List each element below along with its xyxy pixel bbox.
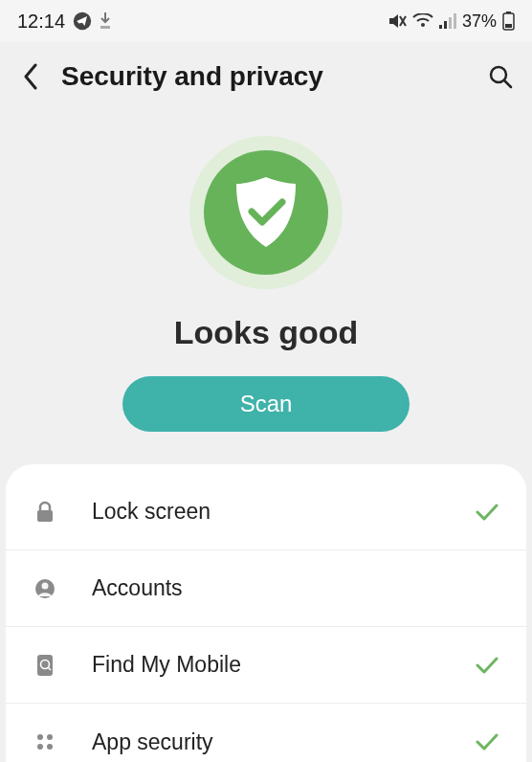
check-icon bbox=[475, 732, 499, 751]
svg-rect-14 bbox=[37, 510, 53, 522]
list-item-accounts[interactable]: Accounts bbox=[6, 550, 526, 627]
statusbar: 12:14 37% bbox=[0, 0, 532, 42]
security-status-hero: Looks good Scan bbox=[0, 121, 532, 464]
list-item-label: Find My Mobile bbox=[92, 652, 241, 678]
scan-button[interactable]: Scan bbox=[122, 376, 410, 432]
signal-icon bbox=[439, 13, 456, 29]
security-list: Lock screen Accounts Find My Mobile App … bbox=[6, 464, 526, 762]
telegram-icon bbox=[73, 11, 92, 31]
svg-rect-17 bbox=[37, 655, 53, 676]
battery-percent: 37% bbox=[462, 11, 497, 32]
svg-rect-7 bbox=[449, 17, 452, 29]
shield-badge bbox=[189, 136, 343, 289]
svg-rect-1 bbox=[100, 26, 110, 29]
battery-icon bbox=[502, 11, 515, 31]
svg-point-22 bbox=[37, 744, 43, 750]
wifi-icon bbox=[412, 13, 433, 29]
header: Security and privacy bbox=[0, 42, 532, 121]
svg-line-13 bbox=[504, 80, 511, 87]
scan-button-label: Scan bbox=[240, 391, 293, 417]
download-icon bbox=[100, 12, 111, 30]
list-item-find-my-mobile[interactable]: Find My Mobile bbox=[6, 627, 526, 704]
page-title: Security and privacy bbox=[61, 61, 323, 92]
svg-rect-11 bbox=[505, 24, 512, 28]
svg-point-4 bbox=[421, 23, 425, 27]
svg-point-21 bbox=[47, 734, 53, 740]
list-item-app-security[interactable]: App security bbox=[6, 704, 526, 762]
back-button[interactable] bbox=[17, 63, 44, 90]
account-icon bbox=[31, 578, 59, 599]
svg-point-16 bbox=[42, 582, 49, 589]
svg-rect-6 bbox=[444, 21, 447, 29]
check-icon bbox=[475, 656, 499, 675]
list-item-lock-screen[interactable]: Lock screen bbox=[6, 474, 526, 550]
svg-point-23 bbox=[47, 744, 53, 750]
apps-icon bbox=[31, 732, 59, 751]
lock-icon bbox=[31, 501, 59, 524]
check-icon bbox=[475, 503, 499, 522]
security-status-text: Looks good bbox=[174, 314, 359, 351]
search-button[interactable] bbox=[486, 62, 515, 91]
locate-device-icon bbox=[31, 654, 59, 677]
mute-icon bbox=[388, 12, 407, 30]
list-item-label: App security bbox=[92, 729, 213, 755]
svg-rect-8 bbox=[454, 13, 456, 29]
svg-rect-5 bbox=[439, 25, 442, 29]
status-time: 12:14 bbox=[17, 11, 65, 33]
list-item-label: Accounts bbox=[92, 575, 183, 601]
list-item-label: Lock screen bbox=[92, 499, 211, 525]
shield-check-icon bbox=[233, 175, 299, 250]
svg-point-20 bbox=[37, 734, 43, 740]
